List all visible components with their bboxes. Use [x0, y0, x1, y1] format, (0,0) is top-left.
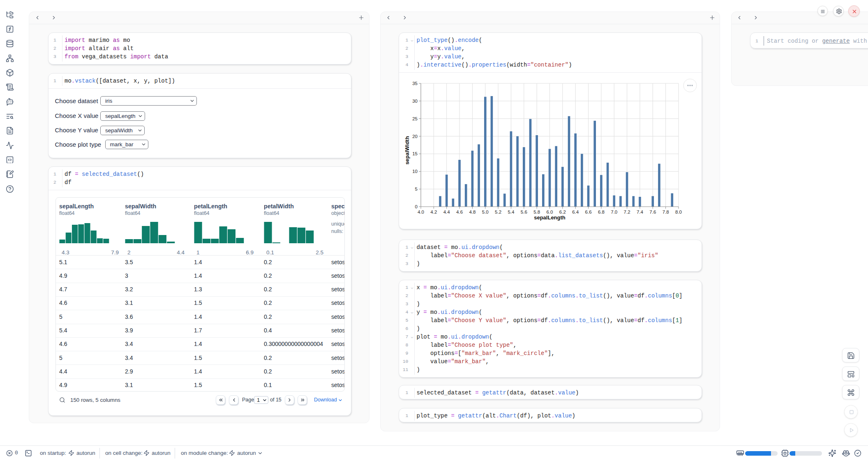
svg-text:30: 30: [412, 99, 418, 104]
svg-text:6.2: 6.2: [559, 210, 566, 214]
svg-text:6.4: 6.4: [572, 210, 579, 214]
svg-text:35: 35: [412, 81, 418, 86]
svg-text:5.2: 5.2: [495, 210, 501, 214]
svg-text:5.6: 5.6: [521, 210, 527, 214]
svg-text:6.0: 6.0: [547, 210, 553, 214]
svg-text:4.4: 4.4: [443, 210, 450, 214]
svg-text:7.8: 7.8: [663, 210, 669, 214]
svg-text:7.6: 7.6: [649, 210, 656, 214]
svg-text:7.2: 7.2: [624, 210, 630, 214]
svg-text:25: 25: [412, 116, 418, 121]
svg-text:4.0: 4.0: [418, 210, 424, 214]
svg-text:10: 10: [412, 169, 418, 174]
svg-text:5.0: 5.0: [482, 210, 489, 214]
svg-text:sepalLength: sepalLength: [534, 214, 566, 221]
svg-text:6.8: 6.8: [598, 210, 605, 214]
svg-text:20: 20: [412, 134, 418, 139]
svg-text:5.8: 5.8: [533, 210, 540, 214]
svg-text:4.6: 4.6: [456, 210, 463, 214]
svg-text:8.0: 8.0: [675, 210, 682, 214]
svg-text:5.4: 5.4: [508, 210, 515, 214]
svg-text:15: 15: [412, 151, 418, 156]
svg-text:4.2: 4.2: [430, 210, 437, 214]
svg-text:6.6: 6.6: [585, 210, 592, 214]
svg-text:sepalWidth: sepalWidth: [404, 136, 410, 164]
svg-text:5: 5: [415, 187, 418, 191]
svg-text:7.4: 7.4: [637, 210, 644, 214]
svg-text:0: 0: [415, 204, 418, 209]
svg-text:4.8: 4.8: [469, 210, 476, 214]
svg-text:7.0: 7.0: [611, 210, 617, 214]
